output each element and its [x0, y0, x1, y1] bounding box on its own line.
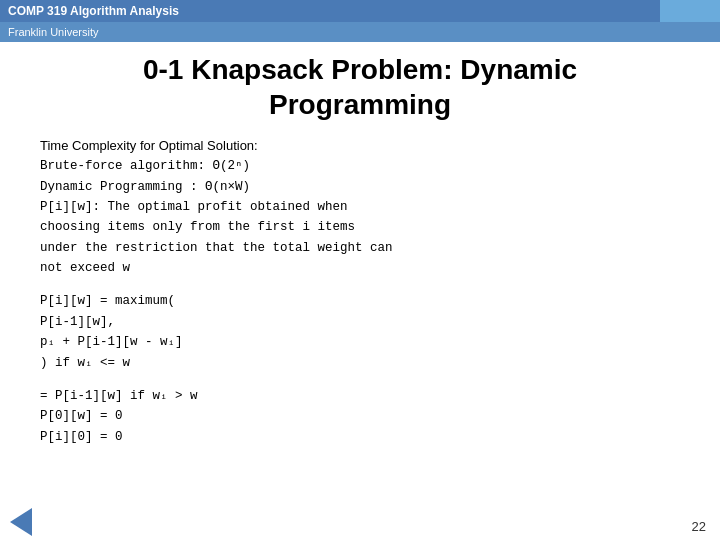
dynamic-prog-line: Dynamic Programming : Θ(n×W) [40, 178, 680, 197]
course-title: COMP 319 Algorithm Analysis [8, 4, 179, 18]
formula-line4: ) if wᵢ <= w [40, 354, 680, 373]
body-text: Time Complexity for Optimal Solution: Br… [40, 136, 680, 447]
formula-line2: P[i-1][w], [40, 313, 680, 332]
main-content: 0-1 Knapsack Problem: Dynamic Programmin… [0, 42, 720, 458]
recurrence-label: P[i][w]: The optimal profit obtained whe… [40, 198, 680, 217]
top-bar: COMP 319 Algorithm Analysis [0, 0, 720, 22]
slide-title-line2: Programming [40, 87, 680, 122]
base2: P[i][0] = 0 [40, 428, 680, 447]
title-bar: Franklin University [0, 22, 720, 42]
slide-title-line1: 0-1 Knapsack Problem: Dynamic [40, 52, 680, 87]
base1: P[0][w] = 0 [40, 407, 680, 426]
formula-line5: = P[i-1][w] if wᵢ > w [40, 387, 680, 406]
recurrence-line3: under the restriction that the total wei… [40, 239, 680, 258]
nav-arrow-icon[interactable] [10, 508, 32, 536]
formula-line1: P[i][w] = maximum( [40, 292, 680, 311]
page-number: 22 [692, 519, 706, 534]
formula-line3: pᵢ + P[i-1][w - wᵢ] [40, 333, 680, 352]
university-label: Franklin University [8, 26, 98, 38]
brute-force-line: Brute-force algorithm: Θ(2ⁿ) [40, 157, 680, 176]
complexity-label: Time Complexity for Optimal Solution: [40, 136, 680, 156]
slide-title: 0-1 Knapsack Problem: Dynamic Programmin… [40, 52, 680, 122]
recurrence-line2: choosing items only from the first i ite… [40, 218, 680, 237]
recurrence-line4: not exceed w [40, 259, 680, 278]
